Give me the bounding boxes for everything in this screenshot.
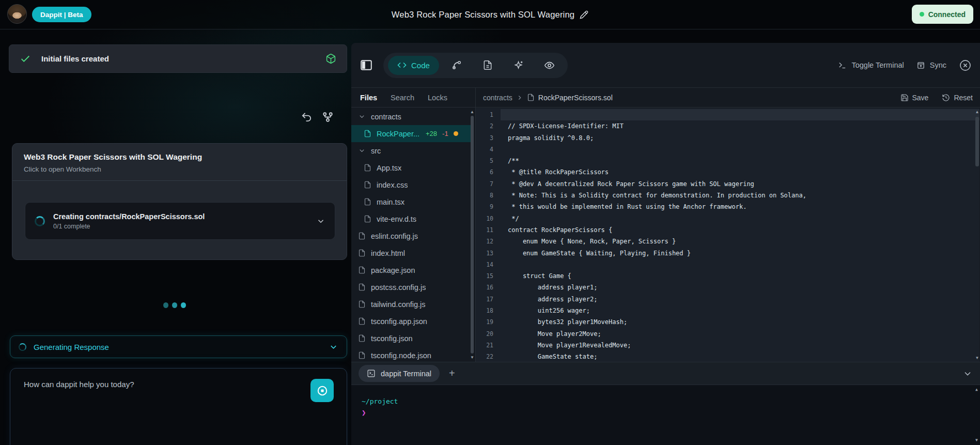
tree-file-tsconfig-json[interactable]: tsconfig.json (351, 330, 472, 347)
tree-file-rockpaper-[interactable]: RockPaper...+28-1 (351, 125, 472, 142)
generating-label: Generating Response (34, 343, 321, 351)
chevron-down-icon[interactable] (329, 342, 338, 352)
workbench-card[interactable]: Web3 Rock Paper Scissors with SOL Wageri… (12, 143, 347, 260)
workbench-toolbar: Code Toggle Terminal (351, 43, 980, 88)
tree-file-package-json[interactable]: package.json (351, 262, 472, 279)
scroll-up-icon[interactable]: ▲ (974, 387, 979, 392)
tab-sparkles-icon[interactable] (505, 56, 532, 75)
generating-response-bar[interactable]: Generating Response (10, 335, 347, 358)
scrollbar-thumb[interactable] (471, 116, 474, 354)
tab-preview-eye-icon[interactable] (536, 56, 563, 75)
workbench-panel: Code Toggle Terminal (351, 43, 980, 445)
collapse-terminal-icon[interactable] (962, 369, 973, 379)
scroll-up-icon[interactable]: ▲ (470, 110, 474, 115)
sync-button[interactable]: Sync (916, 61, 946, 70)
reset-button[interactable]: Reset (942, 94, 973, 102)
line-number: 2 (476, 120, 501, 132)
package-box-icon[interactable] (325, 53, 336, 64)
toggle-sidebar-icon[interactable] (360, 58, 373, 72)
breadcrumb-folder[interactable]: contracts (483, 94, 512, 102)
tree-file-main-tsx[interactable]: main.tsx (351, 193, 472, 210)
code-line: * Note: This is a Solidity contract for … (501, 190, 979, 201)
edit-title-icon[interactable] (580, 10, 588, 19)
line-number: 1 (476, 109, 501, 120)
tree-file-postcss-config-js[interactable]: postcss.config.js (351, 279, 472, 296)
task-title: Creating contracts/RockPaperScissors.sol (53, 212, 308, 221)
file-tree: contractsRockPaper...+28-1srcApp.tsxinde… (351, 108, 472, 362)
chat-input-box[interactable]: How can dappit help you today? (10, 368, 347, 445)
modified-dot-icon (454, 131, 458, 136)
line-number: 12 (476, 236, 501, 247)
terminal-scrollbar[interactable]: ▲ ▼ (974, 387, 979, 443)
scroll-down-icon[interactable]: ▼ (974, 438, 979, 443)
tree-file-index-css[interactable]: index.css (351, 176, 472, 193)
breadcrumb-file: RockPaperScissors.sol (538, 94, 613, 102)
code-line (501, 259, 979, 270)
brand-badge[interactable]: Dappit | Beta (32, 7, 91, 22)
notification-text: Initial files created (41, 54, 315, 63)
close-workbench-icon[interactable] (959, 59, 972, 72)
line-number: 4 (476, 144, 501, 155)
tab-git-branch-icon[interactable] (443, 56, 470, 75)
tab-files[interactable]: Files (360, 94, 377, 102)
task-card[interactable]: Creating contracts/RockPaperScissors.sol… (25, 202, 335, 240)
tree-file-eslint-config-js[interactable]: eslint.config.js (351, 227, 472, 244)
files-created-notification: Initial files created (9, 44, 347, 73)
loading-dots (0, 302, 349, 308)
tree-file-index-html[interactable]: index.html (351, 244, 472, 262)
tab-search[interactable]: Search (391, 94, 414, 102)
line-number: 16 (476, 282, 501, 293)
scroll-down-icon[interactable]: ▼ (975, 356, 979, 361)
stop-generation-button[interactable] (310, 379, 334, 402)
terminal-tab[interactable]: dappit Terminal (359, 365, 440, 382)
terminal-tab-label: dappit Terminal (381, 370, 431, 378)
code-line: GameState state; (501, 351, 979, 362)
tab-locks[interactable]: Locks (428, 94, 447, 102)
diff-deletions: -1 (442, 130, 448, 137)
terminal-output[interactable]: ~/project ❯ ▲ ▼ (351, 385, 980, 445)
tree-folder-contracts[interactable]: contracts (351, 108, 472, 125)
tree-file-tsconfig-app-json[interactable]: tsconfig.app.json (351, 313, 472, 330)
new-terminal-plus-icon[interactable]: + (449, 367, 455, 379)
top-bar: Dappit | Beta Web3 Rock Paper Scissors w… (0, 0, 980, 29)
toggle-terminal-button[interactable]: Toggle Terminal (838, 61, 904, 70)
workbench-main: Files Search Locks contractsRockPaper...… (351, 88, 980, 362)
line-number: 3 (476, 132, 501, 144)
code-line: Move player1RevealedMove; (501, 340, 979, 351)
line-number: 8 (476, 190, 501, 201)
tab-code[interactable]: Code (388, 56, 439, 75)
code-area[interactable]: 12345678910111213141516171819202122 // S… (476, 108, 979, 362)
fork-button[interactable] (322, 111, 334, 123)
workbench-card-title: Web3 Rock Paper Scissors with SOL Wageri… (24, 152, 335, 162)
explorer-scrollbar[interactable]: ▲ ▼ (470, 110, 474, 360)
user-avatar[interactable] (7, 4, 27, 24)
line-number: 18 (476, 305, 501, 316)
line-number: 22 (476, 351, 501, 362)
scroll-down-icon[interactable]: ▼ (470, 355, 474, 360)
tree-file-tailwind-config-js[interactable]: tailwind.config.js (351, 296, 472, 313)
code-line: // SPDX-License-Identifier: MIT (501, 120, 979, 132)
scroll-up-icon[interactable]: ▲ (975, 110, 979, 115)
brand-badge-label: Dappit | Beta (40, 11, 83, 19)
code-line: enum GameState { Waiting, Playing, Finis… (501, 248, 979, 259)
tree-file-vite-env-d-ts[interactable]: vite-env.d.ts (351, 210, 472, 227)
chat-panel: Initial files created Web3 Rock Paper Sc… (0, 29, 349, 445)
tree-file-app-tsx[interactable]: App.tsx (351, 159, 472, 176)
line-number: 19 (476, 316, 501, 328)
code-line: */ (501, 213, 979, 224)
tree-folder-src[interactable]: src (351, 142, 472, 159)
tab-code-label: Code (411, 61, 430, 70)
terminal-cwd: ~/project (362, 397, 398, 405)
code-line: pragma solidity ^0.8.0; (501, 132, 979, 144)
editor-scrollbar[interactable]: ▲ ▼ (975, 110, 979, 361)
task-progress: 0/1 complete (53, 223, 308, 230)
explorer-tabs: Files Search Locks (351, 88, 475, 108)
code-line: address player2; (501, 294, 979, 305)
save-button[interactable]: Save (900, 94, 929, 102)
code-lines: // SPDX-License-Identifier: MITpragma so… (501, 108, 979, 362)
scrollbar-thumb[interactable] (975, 117, 979, 166)
tab-file-text-icon[interactable] (474, 56, 501, 75)
undo-button[interactable] (301, 111, 313, 123)
tree-file-tsconfig-node-json[interactable]: tsconfig.node.json (351, 347, 472, 362)
chevron-down-icon[interactable] (316, 217, 325, 226)
